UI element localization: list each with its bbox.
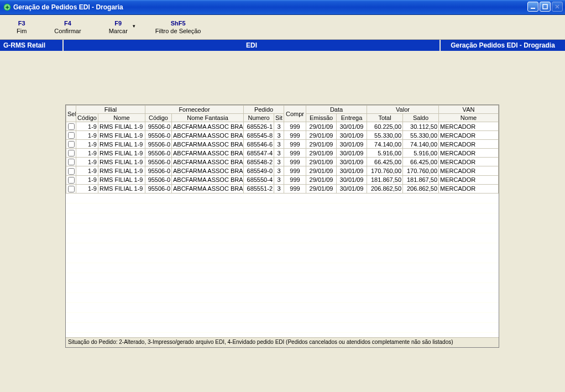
row-select-cell[interactable]	[66, 149, 76, 158]
cell-forn-nome: ABCFARMA ASSOC BRAS	[172, 166, 244, 175]
cell-pedido-sit: 3	[274, 131, 284, 140]
row-checkbox[interactable]	[68, 141, 75, 148]
col-header[interactable]: Emissão	[306, 114, 337, 122]
maximize-button[interactable]	[540, 2, 551, 12]
close-button	[552, 2, 563, 12]
cell-emissao: 29/01/09	[306, 158, 337, 166]
table-row[interactable]: 1-9RMS FILIAL 1-995506-0ABCFARMA ASSOC B…	[66, 131, 499, 140]
cell-filial-nome: RMS FILIAL 1-9	[98, 122, 145, 131]
toolbar-label: Fim	[17, 28, 27, 34]
chevron-down-icon[interactable]: ▾	[133, 23, 135, 29]
col-header[interactable]: Nome	[98, 114, 145, 122]
cell-emissao: 29/01/09	[306, 166, 337, 175]
col-header[interactable]: Código	[76, 114, 98, 122]
cell-compr: 999	[284, 122, 306, 131]
cell-total: 66.425,00	[367, 158, 403, 166]
cell-saldo: 170.760,00	[403, 166, 439, 175]
cell-saldo: 181.867,50	[403, 175, 439, 184]
cell-entrega: 30/01/09	[337, 140, 367, 149]
col-header[interactable]: Saldo	[403, 114, 439, 122]
toolbar-fim[interactable]: F3 Fim	[17, 20, 27, 34]
col-header[interactable]: Sit	[274, 114, 284, 122]
row-checkbox[interactable]	[68, 132, 75, 139]
col-header[interactable]: Nome Fantasia	[172, 114, 244, 122]
row-checkbox[interactable]	[68, 123, 75, 130]
col-group-van[interactable]: VAN	[439, 106, 499, 114]
col-header-sel[interactable]: Sel	[66, 106, 76, 122]
cell-entrega: 30/01/09	[337, 122, 367, 131]
minimize-button[interactable]	[527, 2, 538, 12]
cell-emissao: 29/01/09	[306, 184, 337, 193]
cell-filial-nome: RMS FILIAL 1-9	[98, 158, 145, 166]
toolbar-confirmar[interactable]: F4 Confirmar	[54, 20, 81, 34]
cell-entrega: 30/01/09	[337, 158, 367, 166]
row-checkbox[interactable]	[68, 177, 75, 184]
col-header[interactable]: Nome	[439, 114, 499, 122]
cell-pedido-sit: 3	[274, 184, 284, 193]
col-group-pedido[interactable]: Pedido	[244, 106, 284, 114]
cell-compr: 999	[284, 149, 306, 158]
row-select-cell[interactable]	[66, 140, 76, 149]
cell-forn-codigo: 95506-0	[145, 184, 172, 193]
toolbar-marcar[interactable]: F9 Marcar ▾	[109, 20, 128, 34]
breadcrumb-right: Geração Pedidos EDI - Drogradia	[441, 40, 565, 51]
cell-total: 55.330,00	[367, 131, 403, 140]
col-header[interactable]: Numero	[244, 114, 274, 122]
cell-compr: 999	[284, 140, 306, 149]
table-row[interactable]: 1-9RMS FILIAL 1-995506-0ABCFARMA ASSOC B…	[66, 158, 499, 166]
col-group-valor[interactable]: Valor	[367, 106, 439, 114]
cell-total: 60.225,00	[367, 122, 403, 131]
cell-saldo: 74.140,00	[403, 140, 439, 149]
cell-filial-codigo: 1-9	[76, 149, 98, 158]
row-checkbox[interactable]	[68, 168, 75, 175]
row-checkbox[interactable]	[68, 186, 75, 192]
row-select-cell[interactable]	[66, 175, 76, 184]
toolbar-filtro[interactable]: ShF5 Filtro de Seleção	[155, 20, 201, 34]
row-select-cell[interactable]	[66, 131, 76, 140]
cell-pedido-numero: 685550-4	[244, 175, 274, 184]
table-row[interactable]: 1-9RMS FILIAL 1-995506-0ABCFARMA ASSOC B…	[66, 166, 499, 175]
cell-compr: 999	[284, 166, 306, 175]
cell-compr: 999	[284, 131, 306, 140]
row-select-cell[interactable]	[66, 166, 76, 175]
window-controls	[527, 2, 563, 12]
cell-forn-codigo: 95506-0	[145, 158, 172, 166]
table-row[interactable]: 1-9RMS FILIAL 1-995506-0ABCFARMA ASSOC B…	[66, 140, 499, 149]
col-group-filial[interactable]: Filial	[76, 106, 145, 114]
grid-panel: Sel Filial Fornecedor Pedido Compr Data …	[65, 104, 499, 348]
row-select-cell[interactable]	[66, 184, 76, 193]
cell-forn-nome: ABCFARMA ASSOC BRAS	[172, 184, 244, 193]
table-row[interactable]: 1-9RMS FILIAL 1-995506-0ABCFARMA ASSOC B…	[66, 175, 499, 184]
data-grid[interactable]: Sel Filial Fornecedor Pedido Compr Data …	[66, 105, 499, 194]
breadcrumb-mid: EDI	[64, 40, 441, 51]
cell-van: MERCADOR	[439, 122, 499, 131]
table-row[interactable]: 1-9RMS FILIAL 1-995506-0ABCFARMA ASSOC B…	[66, 122, 499, 131]
toolbar-key: F9	[109, 20, 128, 27]
window-title: Geração de Pedidos EDI - Drogaria	[13, 3, 123, 11]
cell-compr: 999	[284, 175, 306, 184]
col-header[interactable]: Entrega	[337, 114, 367, 122]
cell-van: MERCADOR	[439, 131, 499, 140]
col-header-compr[interactable]: Compr	[284, 106, 306, 122]
cell-forn-codigo: 95506-0	[145, 175, 172, 184]
table-row[interactable]: 1-9RMS FILIAL 1-995506-0ABCFARMA ASSOC B…	[66, 184, 499, 193]
cell-filial-codigo: 1-9	[76, 175, 98, 184]
toolbar: F3 Fim F4 Confirmar F9 Marcar ▾ ShF5 Fil…	[0, 15, 565, 40]
cell-van: MERCADOR	[439, 158, 499, 166]
cell-pedido-numero: 685545-8	[244, 131, 274, 140]
row-checkbox[interactable]	[68, 159, 75, 165]
cell-forn-nome: ABCFARMA ASSOC BRAS	[172, 149, 244, 158]
table-row[interactable]: 1-9RMS FILIAL 1-995506-0ABCFARMA ASSOC B…	[66, 149, 499, 158]
col-group-fornecedor[interactable]: Fornecedor	[145, 106, 244, 114]
cell-van: MERCADOR	[439, 149, 499, 158]
row-select-cell[interactable]	[66, 122, 76, 131]
col-group-data[interactable]: Data	[306, 106, 367, 114]
row-select-cell[interactable]	[66, 158, 76, 166]
col-header[interactable]: Código	[145, 114, 172, 122]
row-checkbox[interactable]	[68, 150, 75, 156]
cell-saldo: 55.330,00	[403, 131, 439, 140]
cell-total: 74.140,00	[367, 140, 403, 149]
cell-entrega: 30/01/09	[337, 166, 367, 175]
cell-pedido-sit: 3	[274, 175, 284, 184]
col-header[interactable]: Total	[367, 114, 403, 122]
